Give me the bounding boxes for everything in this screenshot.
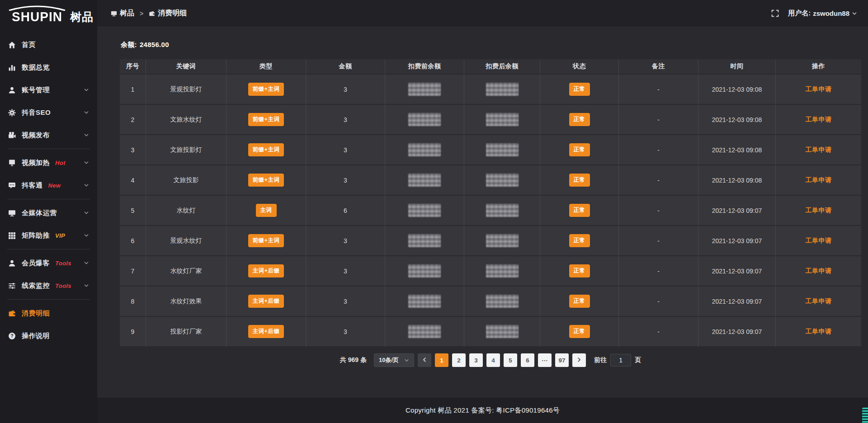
sidebar-item[interactable]: 线索监控 Tools (0, 274, 97, 297)
sidebar-item-wrap: 视频发布 (0, 124, 97, 149)
table-row: 7 水纹灯厂家 主词+后缀 3 正常 - 2021-12-03 09:07 工单… (120, 256, 861, 287)
cell-action: 工单申请 (776, 226, 861, 256)
table-row: 8 水纹灯效果 主词+后缀 3 正常 - 2021-12-03 09:07 工单… (120, 287, 861, 317)
cell-amount: 3 (306, 317, 385, 347)
sidebar-item-label: 全媒体运营 (22, 209, 57, 217)
chevron-down-icon (84, 183, 89, 188)
cell-remark: - (619, 256, 698, 287)
cell-type: 主词+后缀 (226, 317, 306, 347)
table-row: 6 景观水纹灯 前缀+主词 3 正常 - 2021-12-03 09:07 工单… (120, 226, 861, 256)
sidebar-item[interactable]: 消费明细 (0, 302, 97, 324)
goto-page-input[interactable] (610, 354, 631, 367)
cell-keyword: 水纹灯效果 (146, 287, 226, 317)
sidebar-item-wrap: ? 操作说明 (0, 324, 97, 347)
work-order-link[interactable]: 工单申请 (806, 176, 832, 183)
page-button[interactable]: 97 (555, 353, 569, 367)
cell-status: 正常 (540, 287, 619, 317)
page-button[interactable]: 5 (504, 353, 517, 367)
page-button[interactable]: 3 (469, 353, 483, 367)
masked-balance-before (408, 295, 441, 308)
masked-balance-after (486, 264, 519, 277)
chevron-down-icon (84, 260, 89, 266)
sidebar-item-wrap: 数据总览 (0, 56, 97, 79)
grid-icon (8, 232, 16, 240)
app-window-icon (111, 10, 117, 17)
logo-text-cn: 树品 (70, 9, 94, 24)
page-button[interactable]: ··· (538, 353, 552, 367)
chevron-left-icon (422, 357, 427, 364)
video-camera-icon (8, 132, 16, 139)
cell-amount: 3 (306, 135, 385, 165)
work-order-link[interactable]: 工单申请 (806, 297, 832, 305)
sidebar-item[interactable]: 视频加热 Hot (0, 151, 97, 174)
sidebar-item[interactable]: 抖客通 New (0, 174, 97, 197)
sidebar-item[interactable]: 首页 (0, 33, 97, 56)
page-button[interactable]: 6 (521, 353, 534, 367)
status-badge: 正常 (569, 295, 590, 308)
work-order-link[interactable]: 工单申请 (806, 207, 832, 214)
sidebar-item[interactable]: 矩阵助推 VIP (0, 224, 97, 247)
work-order-link[interactable]: 工单申请 (806, 146, 832, 153)
work-order-link[interactable]: 工单申请 (806, 267, 832, 274)
sidebar-item-label: 矩阵助推 (22, 231, 50, 240)
masked-balance-before (408, 264, 441, 277)
page-button[interactable]: 1 (435, 353, 448, 367)
sidebar-item-label: 消费明细 (22, 309, 50, 318)
sidebar-item[interactable]: 账号管理 (0, 79, 97, 101)
sidebar-item[interactable]: 会员爆客 Tools (0, 252, 97, 274)
sidebar-item[interactable]: 全媒体运营 (0, 202, 97, 224)
status-badge: 正常 (569, 143, 590, 156)
cell-amount: 6 (306, 196, 385, 226)
table-header-cell: 关键词 (146, 59, 226, 75)
cell-keyword: 文旅水纹灯 (146, 105, 226, 135)
user-menu[interactable]: 用户名: zswodun88 (788, 9, 857, 18)
cell-status: 正常 (540, 317, 619, 347)
cell-type: 前缀+主词 (226, 135, 306, 165)
cell-action: 工单申请 (776, 287, 861, 317)
breadcrumb-item-home[interactable]: 树品 (111, 9, 134, 18)
page-button[interactable]: 2 (452, 353, 466, 367)
sidebar-item-label: 操作说明 (22, 332, 50, 340)
corner-widget[interactable] (862, 408, 868, 423)
work-order-link[interactable]: 工单申请 (806, 116, 832, 123)
cell-balance-before (385, 135, 464, 165)
work-order-link[interactable]: 工单申请 (806, 328, 832, 335)
fullscreen-icon[interactable] (771, 9, 779, 17)
page-size-select[interactable]: 10条/页 (374, 353, 414, 367)
cell-type: 主词+后缀 (226, 256, 306, 287)
sidebar-item-wrap: 线索监控 Tools (0, 274, 97, 300)
sidebar-item[interactable]: 数据总览 (0, 56, 97, 79)
balance-label: 余额: (121, 41, 137, 48)
sidebar-item-label: 抖音SEO (22, 108, 51, 117)
cell-type: 主词+后缀 (226, 287, 306, 317)
work-order-link[interactable]: 工单申请 (806, 85, 832, 93)
table-row: 9 投影灯厂家 主词+后缀 3 正常 - 2021-12-03 09:07 工单… (120, 317, 861, 347)
masked-balance-after (486, 204, 519, 217)
cell-remark: - (619, 226, 698, 256)
chevron-down-icon (404, 358, 409, 363)
sidebar-item[interactable]: 抖音SEO (0, 101, 97, 124)
sidebar-item[interactable]: 视频发布 (0, 124, 97, 146)
masked-balance-after (486, 174, 519, 187)
type-badge: 主词+后缀 (248, 295, 284, 308)
sidebar-item-wrap: 抖客通 New (0, 174, 97, 199)
breadcrumb-item-current[interactable]: 消费明细 (149, 9, 187, 18)
breadcrumb-label: 消费明细 (158, 9, 187, 18)
wallet-icon (149, 10, 155, 17)
work-order-link[interactable]: 工单申请 (806, 237, 832, 244)
cell-index: 8 (120, 287, 146, 317)
status-badge: 正常 (569, 234, 590, 247)
sidebar-item-wrap: 会员爆客 Tools (0, 252, 97, 274)
cell-amount: 3 (306, 165, 385, 196)
type-badge: 前缀+主词 (248, 143, 284, 156)
masked-balance-after (486, 295, 519, 308)
sidebar-divider (7, 149, 90, 149)
page-button[interactable]: 4 (486, 353, 500, 367)
sidebar-item[interactable]: ? 操作说明 (0, 324, 97, 347)
cell-time: 2021-12-03 09:08 (698, 105, 776, 135)
prev-page-button[interactable] (418, 353, 431, 367)
next-page-button[interactable] (572, 353, 586, 367)
header-right: 用户名: zswodun88 (771, 9, 857, 18)
wallet-icon (8, 310, 16, 317)
home-icon (8, 41, 16, 49)
